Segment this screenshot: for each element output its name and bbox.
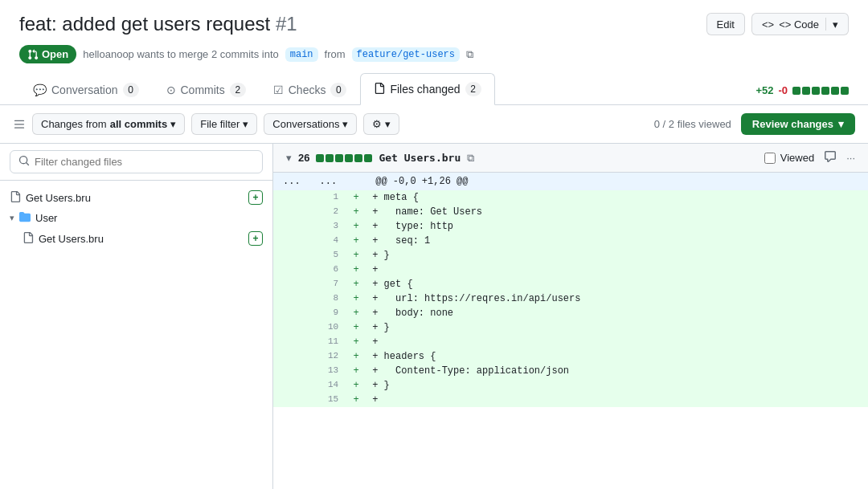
tab-files-changed-count: 2: [465, 82, 481, 96]
diff-line-15: 15 + +: [273, 393, 868, 407]
filter-changed-files-input[interactable]: [35, 156, 254, 168]
line-num-new-9: 9: [310, 306, 347, 320]
toolbar-right: 0 / 2 files viewed Review changes ▾: [654, 113, 855, 135]
line-num-7: [273, 277, 310, 291]
folder-icon-user: [19, 211, 31, 225]
add-badge-1: +: [248, 190, 263, 205]
file-tree-item-user-get-users[interactable]: Get Users.bru +: [0, 228, 272, 249]
comment-icon[interactable]: [824, 150, 837, 165]
diff-bar-seg-5: [831, 87, 839, 95]
file-filter-label: File filter: [200, 118, 240, 130]
tabs-row: 💬 Conversation 0 ⊙ Commits 2 ☑ Checks 0 …: [19, 73, 849, 104]
diff-file-header: ▾ 26 Get Users.bru ⧉: [273, 144, 868, 173]
file-filter-button[interactable]: File filter ▾: [191, 113, 257, 135]
copy-filename-icon[interactable]: ⧉: [467, 152, 474, 165]
line-num-new-1: 1: [310, 190, 347, 205]
edit-button[interactable]: Edit: [706, 13, 745, 35]
pr-number: #1: [276, 13, 297, 35]
line-num-5: [273, 248, 310, 263]
line-num-new-12: 12: [310, 349, 347, 364]
file-tree-item-folder-user[interactable]: ▾ User: [0, 208, 272, 228]
pr-title-actions: Edit <> <> Code ▾: [706, 13, 849, 35]
diff-line-10: 10 + + }: [273, 320, 868, 335]
line-num-11: [273, 335, 310, 349]
diff-bar-inline: [316, 154, 372, 162]
diff-expand-icon[interactable]: ▾: [286, 152, 292, 164]
compare-branch[interactable]: feature/get-users: [352, 47, 460, 62]
code-icon: <>: [762, 18, 774, 31]
code-5: + }: [366, 248, 868, 263]
folder-chevron-icon: ▾: [10, 213, 14, 223]
sign-6: +: [346, 263, 366, 277]
file-icon-2: [23, 232, 34, 246]
diff-bar-seg-6: [841, 87, 849, 95]
file-icon-1: [10, 191, 21, 205]
tab-checks-label: Checks: [289, 84, 326, 96]
conversations-label: Conversations: [272, 118, 339, 130]
diff-line-8: 8 + + url: https://reqres.in/api/users: [273, 291, 868, 306]
sign-10: +: [346, 320, 366, 335]
tab-files-changed-label: Files changed: [390, 83, 460, 96]
line-num-new-13: 13: [310, 364, 347, 378]
line-num-15: [273, 393, 310, 407]
diff-line-11: 11 + +: [273, 335, 868, 349]
line-num-new-10: 10: [310, 320, 347, 335]
viewed-checkbox-input[interactable]: [764, 153, 776, 164]
diff-bar: [792, 87, 849, 95]
line-num-10: [273, 320, 310, 335]
diff-line-9: 9 + + body: none: [273, 306, 868, 320]
code-10: + }: [366, 320, 868, 335]
diff-hunk-header-row: ... ... @@ -0,0 +1,26 @@: [273, 173, 868, 190]
line-num-new-2: 2: [310, 205, 347, 219]
sign-14: +: [346, 378, 366, 393]
tab-files-changed[interactable]: Files changed 2: [360, 73, 494, 105]
code-button[interactable]: <> <> Code ▾: [751, 13, 849, 35]
tab-conversation[interactable]: 💬 Conversation 0: [19, 74, 153, 105]
tab-commits[interactable]: ⊙ Commits 2: [153, 74, 260, 105]
base-branch[interactable]: main: [285, 47, 318, 62]
pr-header: feat: added get users request #1 Edit <>…: [0, 0, 868, 105]
changes-from-button[interactable]: Changes from all commits ▾: [32, 113, 185, 135]
sidebar: Get Users.bru + ▾ User: [0, 144, 273, 489]
tab-conversation-count: 0: [123, 83, 139, 97]
files-viewed: 0 / 2 files viewed: [654, 118, 731, 130]
code-1: + meta {: [366, 190, 868, 205]
tab-checks-count: 0: [330, 83, 346, 97]
copy-branch-icon[interactable]: ⧉: [466, 48, 473, 61]
from-text: from: [325, 48, 346, 60]
sign-9: +: [346, 306, 366, 320]
diff-inline-seg-6: [364, 154, 372, 162]
files-changed-icon: [374, 83, 385, 96]
diff-line-5: 5 + + }: [273, 248, 868, 263]
conversations-chevron-icon: ▾: [342, 118, 348, 130]
review-changes-button[interactable]: Review changes ▾: [741, 113, 855, 135]
pr-open-icon: [27, 49, 39, 60]
viewed-label: Viewed: [780, 152, 814, 164]
line-num-12: [273, 349, 310, 364]
file-tree-item-root-get-users[interactable]: Get Users.bru +: [0, 187, 272, 208]
pr-title-row: feat: added get users request #1 Edit <>…: [19, 13, 849, 35]
deletions-count: -0: [778, 84, 788, 96]
line-num-new-11: 11: [310, 335, 347, 349]
toolbar-left: Changes from all commits ▾ File filter ▾…: [13, 113, 399, 135]
settings-button[interactable]: ⚙ ▾: [363, 113, 399, 135]
diff-bar-seg-3: [812, 87, 820, 95]
code-3: + type: http: [366, 219, 868, 234]
search-icon: [18, 155, 30, 169]
file-name-1: Get Users.bru: [26, 192, 91, 204]
line-num-new-14: 14: [310, 378, 347, 393]
diff-line-14: 14 + + }: [273, 378, 868, 393]
review-chevron-icon: ▾: [838, 118, 844, 130]
all-commits-label: all commits: [110, 118, 168, 130]
line-num-6: [273, 263, 310, 277]
viewed-checkbox[interactable]: Viewed: [764, 152, 814, 164]
diff-line-13: 13 + + Content-Type: application/json: [273, 364, 868, 378]
more-options-icon[interactable]: ···: [846, 152, 855, 164]
tab-checks[interactable]: ☑ Checks 0: [260, 74, 361, 105]
pr-meta-row: Open helloanoop wants to merge 2 commits…: [19, 45, 849, 63]
checks-icon: ☑: [273, 84, 284, 96]
conversations-button[interactable]: Conversations ▾: [264, 113, 357, 135]
filter-input-wrap: [0, 144, 272, 181]
line-num-14: [273, 378, 310, 393]
sign-15: +: [346, 393, 366, 407]
